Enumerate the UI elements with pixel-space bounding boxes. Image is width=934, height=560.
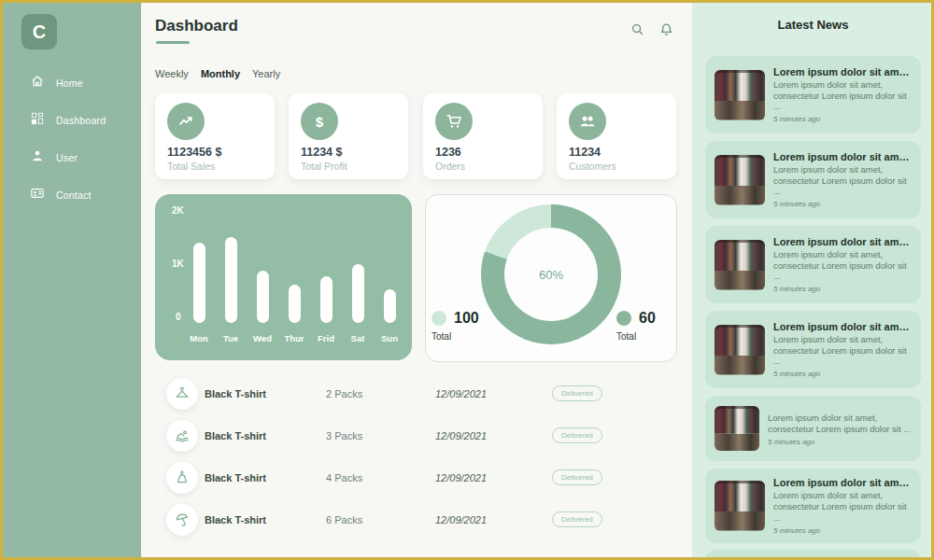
order-row[interactable]: Black T-shirt 2 Packs 12/09/2021 Deliver… — [155, 374, 683, 415]
tab-weekly[interactable]: Weekly — [155, 68, 189, 79]
stat-value: 1123456 $ — [167, 146, 275, 159]
hanger-icon — [166, 378, 198, 410]
bar-column: Sun — [377, 211, 402, 346]
bar-label: Sat — [351, 333, 365, 346]
sidebar-item-contact[interactable]: Contact — [3, 176, 141, 214]
news-card-title: Lorem ipsum dolor sit amet, ... — [773, 321, 913, 332]
title-underline — [156, 41, 190, 44]
header-actions — [630, 22, 673, 40]
donut-center-label: 60% — [504, 228, 598, 321]
order-status-badge: Delivered — [552, 511, 602, 527]
swimmer-icon — [166, 420, 198, 452]
home-icon — [31, 75, 44, 91]
bar — [320, 276, 333, 323]
news-card[interactable]: Lorem ipsum dolor sit amet, ... Lorem ip… — [705, 226, 921, 303]
bar-ytick-1k: 1K — [172, 259, 184, 269]
order-product: Black T-shirt — [205, 514, 266, 525]
dollar-icon: $ — [301, 103, 338, 140]
legend-label: Total — [616, 331, 700, 342]
bar-column: Wed — [250, 211, 275, 346]
news-card-time: 5 minutes ago — [773, 115, 913, 123]
order-status-badge: Delivered — [552, 427, 602, 443]
user-icon — [31, 149, 44, 166]
legend-dot-dark — [616, 311, 631, 326]
bar-label: Tue — [223, 333, 238, 346]
bar-label: Sun — [381, 333, 398, 346]
news-card-desc: Lorem ipsum dolor sit amet, consectetur … — [773, 164, 913, 198]
cart-icon — [435, 103, 473, 140]
legend-value: 60 — [639, 310, 656, 327]
news-card[interactable]: Lorem ipsum dolor sit amet, ... Lorem ip… — [705, 141, 921, 218]
bar-chart: Mon Tue Wed Thur Frid Sat Sun — [187, 211, 402, 346]
order-date: 12/09/2021 — [435, 430, 487, 441]
news-text: Lorem ipsum dolor sit amet, ... Lorem ip… — [773, 321, 913, 379]
bar — [225, 237, 237, 323]
news-card-time: 5 minutes ago — [773, 526, 913, 535]
sidebar-nav: Home Dashboard User Contact — [3, 64, 141, 214]
sidebar-item-dashboard[interactable]: Dashboard — [3, 102, 141, 139]
order-row[interactable]: Black T-shirt 4 Packs 12/09/2021 Deliver… — [155, 458, 683, 499]
news-thumbnail-image — [715, 406, 759, 451]
tab-yearly[interactable]: Yearly — [252, 68, 280, 79]
news-card[interactable]: Lorem ipsum dolor sit amet, ... Lorem ip… — [705, 56, 921, 133]
trend-up-icon — [167, 103, 205, 140]
news-card[interactable]: Lorem ipsum dolor sit amet, consectetur … — [705, 396, 921, 461]
sidebar-item-user[interactable]: User — [3, 139, 141, 176]
stat-card-customers[interactable]: 11234 Customers — [557, 93, 676, 179]
news-text: Lorem ipsum dolor sit amet, ... Lorem ip… — [773, 477, 913, 535]
bar — [384, 289, 396, 323]
news-thumbnail-image — [715, 481, 765, 531]
stat-label: Customers — [569, 161, 676, 172]
stat-card-orders[interactable]: 1236 Orders — [423, 93, 543, 179]
news-card-desc: Lorem ipsum dolor sit amet, consectetur … — [773, 79, 913, 113]
period-tabs: Weekly Monthly Yearly — [155, 68, 280, 79]
news-text: Lorem ipsum dolor sit amet, ... Lorem ip… — [773, 66, 913, 124]
stat-value: 1236 — [435, 146, 543, 159]
news-thumbnail-image — [715, 240, 765, 290]
order-product: Black T-shirt — [205, 472, 266, 483]
stat-card-total-profit[interactable]: $ 11234 $ Total Profit — [289, 93, 408, 179]
stat-card-total-sales[interactable]: 1123456 $ Total Sales — [155, 93, 275, 179]
order-row[interactable]: Black T-shirt 3 Packs 12/09/2021 Deliver… — [155, 416, 683, 457]
bar-column: Sat — [346, 211, 370, 346]
order-date: 12/09/2021 — [435, 514, 487, 525]
order-date: 12/09/2021 — [435, 388, 487, 399]
order-qty: 2 Packs — [326, 388, 362, 399]
order-qty: 6 Packs — [326, 514, 362, 525]
sidebar: C Home Dashboard User Contact — [3, 3, 141, 557]
sidebar-item-label: Contact — [56, 189, 92, 201]
bar-label: Mon — [190, 333, 208, 346]
news-card-desc: Lorem ipsum dolor sit amet, consectetur … — [773, 249, 913, 283]
sidebar-item-label: User — [56, 152, 78, 163]
news-card-title: Lorem ipsum dolor sit amet, ... — [773, 151, 913, 162]
news-thumbnail-image — [715, 325, 765, 375]
news-card-time: 5 minutes ago — [773, 370, 913, 378]
order-date: 12/09/2021 — [435, 472, 487, 483]
news-card[interactable]: Lorem ipsum dolor sit amet, ... Lorem ip… — [705, 311, 921, 388]
news-card-partial[interactable] — [705, 550, 921, 560]
sidebar-item-home[interactable]: Home — [3, 64, 141, 102]
news-card-time: 5 minutes ago — [773, 200, 913, 208]
news-card-desc: Lorem ipsum dolor sit amet, consectetur … — [773, 490, 913, 524]
bar-column: Mon — [187, 211, 211, 346]
bar-label: Thur — [284, 333, 304, 346]
bar — [193, 243, 205, 323]
tab-monthly[interactable]: Monthly — [201, 68, 240, 79]
news-card[interactable]: Lorem ipsum dolor sit amet, ... Lorem ip… — [705, 469, 921, 543]
bell-icon[interactable] — [659, 22, 673, 40]
bar-column: Frid — [314, 211, 338, 346]
contact-icon — [31, 187, 44, 203]
news-card-title: Lorem ipsum dolor sit amet, ... — [773, 477, 913, 488]
bar-column: Tue — [219, 211, 243, 346]
page-title: Dashboard — [155, 17, 238, 35]
bar-ytick-2k: 2K — [172, 205, 184, 216]
news-card-time: 5 minutes ago — [768, 438, 913, 446]
order-status-badge: Delivered — [552, 385, 602, 401]
order-qty: 4 Packs — [326, 472, 362, 483]
order-row[interactable]: Black T-shirt 6 Packs 12/09/2021 Deliver… — [155, 500, 683, 541]
bar — [257, 271, 269, 323]
umbrella-icon — [166, 504, 198, 536]
news-card-desc: Lorem ipsum dolor sit amet, consectetur … — [773, 334, 913, 368]
search-icon[interactable] — [630, 22, 644, 40]
news-text: Lorem ipsum dolor sit amet, ... Lorem ip… — [773, 236, 913, 294]
